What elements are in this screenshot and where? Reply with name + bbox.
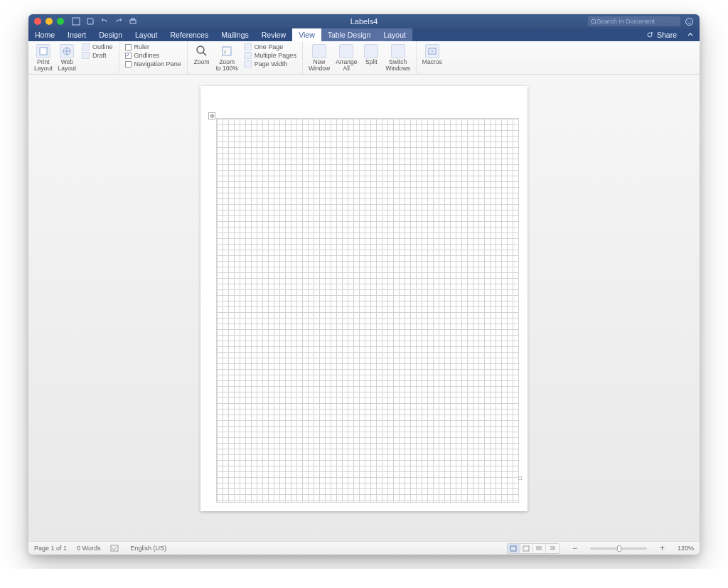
checkbox-icon — [125, 61, 132, 68]
minimize-window-button[interactable] — [46, 18, 53, 25]
multiple-pages-button[interactable]: Multiple Pages — [241, 51, 299, 60]
svg-point-5 — [686, 18, 693, 25]
search-input[interactable] — [596, 18, 678, 25]
close-window-button[interactable] — [34, 18, 41, 25]
svg-text:1: 1 — [224, 50, 227, 54]
tab-view[interactable]: View — [292, 28, 321, 41]
svg-rect-9 — [40, 48, 47, 55]
page-width-icon — [244, 60, 252, 68]
page-width-button[interactable]: Page Width — [241, 60, 299, 68]
print-layout-view-button[interactable] — [508, 544, 520, 553]
tab-home[interactable]: Home — [28, 28, 61, 41]
svg-rect-16 — [111, 545, 118, 551]
switch-windows-button[interactable]: Switch Windows — [382, 43, 412, 73]
ruler-checkbox[interactable]: Ruler — [122, 43, 184, 51]
svg-rect-1 — [130, 20, 136, 23]
zoom-100-button[interactable]: 1 Zoom to 100% — [213, 43, 241, 73]
status-bar: Page 1 of 1 0 Words English (US) − + 120… — [28, 541, 700, 555]
focus-mode-button[interactable] — [520, 544, 533, 553]
status-page[interactable]: Page 1 of 1 — [34, 545, 67, 552]
new-window-icon — [312, 44, 326, 58]
svg-rect-2 — [132, 18, 134, 20]
gridlines-checkbox[interactable]: ✓Gridlines — [122, 51, 184, 60]
quick-access-toolbar — [71, 16, 138, 26]
feedback-icon[interactable] — [685, 17, 694, 26]
tab-references[interactable]: References — [164, 28, 215, 41]
navigation-pane-checkbox[interactable]: Navigation Pane — [122, 60, 184, 68]
document-canvas[interactable]: ✥ — [28, 75, 700, 541]
spellcheck-icon[interactable] — [110, 545, 120, 552]
tab-layout[interactable]: Layout — [129, 28, 164, 41]
tab-mailings[interactable]: Mailings — [215, 28, 255, 41]
zoom-icon — [195, 44, 209, 58]
svg-point-6 — [687, 20, 688, 21]
status-word-count[interactable]: 0 Words — [77, 545, 100, 552]
undo-icon[interactable] — [100, 16, 109, 26]
switch-windows-icon — [391, 44, 405, 58]
collapse-ribbon-button[interactable] — [681, 28, 700, 41]
redo-icon[interactable] — [114, 16, 124, 26]
web-layout-icon — [60, 44, 74, 58]
outline-button[interactable]: Outline — [79, 43, 116, 51]
search-icon — [591, 18, 596, 25]
draft-button[interactable]: Draft — [79, 51, 116, 60]
zoom-slider-thumb[interactable] — [617, 545, 621, 552]
table-resize-handle[interactable] — [518, 476, 522, 480]
macros-button[interactable]: Macros — [419, 43, 445, 67]
fullscreen-window-button[interactable] — [57, 18, 64, 25]
tab-insert[interactable]: Insert — [61, 28, 92, 41]
window-controls — [34, 18, 64, 25]
save-icon[interactable] — [85, 16, 95, 26]
macros-icon — [425, 44, 439, 58]
split-icon — [364, 44, 378, 58]
svg-point-8 — [648, 33, 652, 37]
print-layout-button[interactable]: Print Layout — [31, 43, 55, 73]
svg-rect-17 — [510, 546, 516, 551]
arrange-all-button[interactable]: Arrange All — [333, 43, 360, 73]
one-page-icon — [244, 43, 252, 50]
tab-table-design[interactable]: Table Design — [321, 28, 378, 41]
outline-icon — [82, 43, 90, 50]
view-mode-buttons — [507, 543, 560, 554]
svg-point-7 — [690, 20, 691, 21]
autosave-icon[interactable] — [71, 16, 81, 26]
tab-review[interactable]: Review — [255, 28, 292, 41]
tab-design[interactable]: Design — [92, 28, 129, 41]
status-language[interactable]: English (US) — [130, 545, 166, 552]
print-icon[interactable] — [128, 16, 138, 26]
search-box[interactable] — [588, 16, 680, 26]
table-gridlines[interactable] — [216, 118, 519, 503]
ribbon-tabs: Home Insert Design Layout References Mai… — [28, 28, 700, 41]
new-window-button[interactable]: New Window — [306, 43, 333, 73]
share-label: Share — [657, 31, 677, 39]
zoom-in-button[interactable]: + — [657, 543, 668, 553]
checkbox-icon: ✓ — [125, 53, 132, 59]
app-window: Labels4 Home Insert Design Layout Refere… — [28, 14, 700, 555]
zoom-button[interactable]: Zoom — [191, 43, 213, 67]
table-move-handle[interactable]: ✥ — [208, 112, 215, 119]
outline-view-button[interactable] — [546, 544, 559, 553]
tab-table-layout[interactable]: Layout — [377, 28, 412, 41]
ribbon-group-views: Print Layout Web Layout Outline Draft — [28, 41, 119, 74]
web-layout-view-button[interactable] — [533, 544, 546, 553]
page[interactable]: ✥ — [200, 86, 528, 511]
zoom-slider[interactable] — [590, 547, 647, 550]
web-layout-button[interactable]: Web Layout — [55, 43, 80, 73]
share-icon — [646, 31, 654, 39]
document-title: Labels4 — [350, 17, 378, 26]
ribbon-group-zoom: Zoom 1 Zoom to 100% One Page Multiple Pa… — [188, 41, 303, 74]
ribbon-group-macros: Macros — [417, 41, 448, 74]
title-bar: Labels4 — [28, 14, 700, 28]
zoom-out-button[interactable]: − — [569, 543, 580, 553]
share-button[interactable]: Share — [642, 28, 681, 41]
multiple-pages-icon — [244, 52, 252, 59]
print-layout-icon — [36, 44, 50, 58]
draft-icon — [82, 52, 90, 59]
svg-line-12 — [203, 53, 206, 55]
chevron-up-icon — [687, 31, 694, 38]
zoom-level[interactable]: 120% — [678, 545, 694, 552]
one-page-button[interactable]: One Page — [241, 43, 299, 51]
ribbon-view: Print Layout Web Layout Outline Draft Ru… — [28, 41, 700, 75]
split-button[interactable]: Split — [360, 43, 382, 67]
ribbon-group-show: Ruler ✓Gridlines Navigation Pane — [119, 41, 188, 74]
